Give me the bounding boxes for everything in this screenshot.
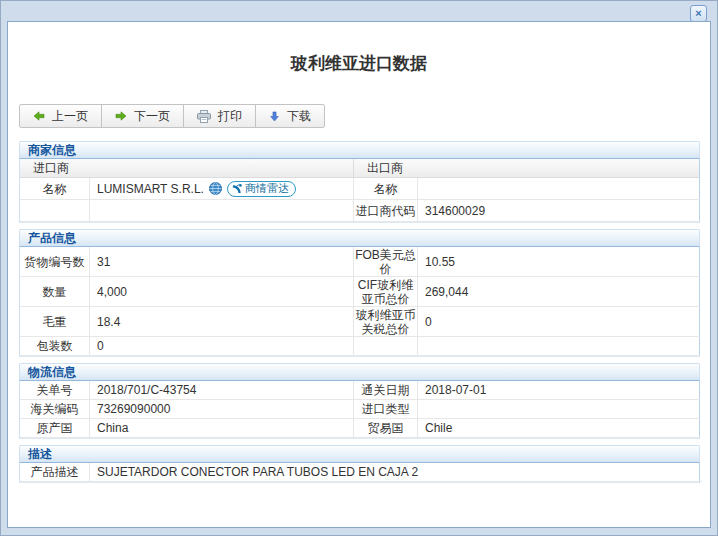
hs-code-label: 海关编码 xyxy=(20,400,90,419)
next-page-label: 下一页 xyxy=(134,108,170,125)
importer-name-label: 名称 xyxy=(20,178,90,200)
importer-column-header: 进口商 xyxy=(20,159,354,177)
package-count-label: 包装数 xyxy=(20,337,90,356)
table-row: 海关编码 73269090000 进口类型 xyxy=(20,400,699,419)
import-type-label: 进口类型 xyxy=(354,400,418,419)
prev-page-label: 上一页 xyxy=(52,108,88,125)
trade-country-value: Chile xyxy=(418,419,700,438)
fob-usd-value: 10.55 xyxy=(418,247,700,277)
customs-doc-label: 关单号 xyxy=(20,381,90,400)
globe-icon[interactable] xyxy=(209,182,222,195)
table-row: 名称 LUMISMART S.R.L. xyxy=(20,178,699,200)
table-row: 原产国 China 贸易国 Chile xyxy=(20,419,699,438)
arrow-left-icon xyxy=(33,110,45,122)
table-row: 包装数 0 xyxy=(20,337,699,356)
print-button[interactable]: 打印 xyxy=(183,104,256,128)
customs-doc-value: 2018/701/C-43754 xyxy=(90,381,354,400)
prev-page-button[interactable]: 上一页 xyxy=(19,104,102,128)
section-header-logistics: 物流信息 xyxy=(19,363,700,381)
goods-count-value: 31 xyxy=(90,247,354,277)
product-section: 货物编号数 31 FOB美元总价 10.55 数量 4,000 CIF玻利维亚币… xyxy=(19,247,700,357)
fob-usd-label: FOB美元总价 xyxy=(354,247,418,277)
section-header-merchant: 商家信息 xyxy=(19,141,700,159)
section-header-product: 产品信息 xyxy=(19,229,700,247)
download-arrow-icon xyxy=(269,111,280,122)
arrow-right-icon xyxy=(115,110,127,122)
exporter-name-value xyxy=(418,178,700,200)
gross-weight-label: 毛重 xyxy=(20,307,90,337)
importer-code-value: 314600029 xyxy=(418,200,700,222)
print-label: 打印 xyxy=(218,108,242,125)
goods-count-label: 货物编号数 xyxy=(20,247,90,277)
importer-code-label: 进口商代码 xyxy=(354,200,418,222)
trade-country-label: 贸易国 xyxy=(354,419,418,438)
table-row: 产品描述 SUJETARDOR CONECTOR PARA TUBOS LED … xyxy=(20,463,699,482)
tariff-total-label: 玻利维亚币关税总价 xyxy=(354,307,418,337)
section-header-description: 描述 xyxy=(19,445,700,463)
toolbar: 上一页 下一页 打印 下载 xyxy=(19,104,325,128)
exporter-name-label: 名称 xyxy=(354,178,418,200)
importer-name-value: LUMISMART S.R.L. xyxy=(97,182,204,196)
merchant-subheader-row: 进口商 出口商 xyxy=(20,159,699,178)
clearance-date-value: 2018-07-01 xyxy=(418,381,700,400)
origin-country-label: 原产国 xyxy=(20,419,90,438)
importer-name-cell: LUMISMART S.R.L. 商情雷达 xyxy=(90,178,354,200)
empty-label-cell xyxy=(20,200,90,222)
package-count-value: 0 xyxy=(90,337,354,356)
tariff-total-value: 0 xyxy=(418,307,700,337)
merchant-section: 进口商 出口商 名称 LUMISMART S.R.L. xyxy=(19,159,700,223)
download-button[interactable]: 下载 xyxy=(255,104,325,128)
empty-label-cell xyxy=(354,337,418,356)
table-row: 数量 4,000 CIF玻利维亚币总价 269,044 xyxy=(20,277,699,307)
logistics-section: 关单号 2018/701/C-43754 通关日期 2018-07-01 海关编… xyxy=(19,381,700,439)
radar-badge-label: 商情雷达 xyxy=(245,181,289,196)
import-type-value xyxy=(418,400,700,419)
origin-country-value: China xyxy=(90,419,354,438)
next-page-button[interactable]: 下一页 xyxy=(101,104,184,128)
table-row: 关单号 2018/701/C-43754 通关日期 2018-07-01 xyxy=(20,381,699,400)
radar-icon xyxy=(232,183,243,194)
empty-value-cell xyxy=(90,200,354,222)
dialog-content-panel: 玻利维亚进口数据 上一页 下一页 打印 下载 xyxy=(7,21,711,528)
product-description-label: 产品描述 xyxy=(20,463,90,482)
description-section: 产品描述 SUJETARDOR CONECTOR PARA TUBOS LED … xyxy=(19,463,700,483)
quantity-label: 数量 xyxy=(20,277,90,307)
business-radar-badge[interactable]: 商情雷达 xyxy=(227,181,296,197)
table-row: 毛重 18.4 玻利维亚币关税总价 0 xyxy=(20,307,699,337)
printer-icon xyxy=(197,110,211,123)
clearance-date-label: 通关日期 xyxy=(354,381,418,400)
gross-weight-value: 18.4 xyxy=(90,307,354,337)
product-description-value: SUJETARDOR CONECTOR PARA TUBOS LED EN CA… xyxy=(90,463,702,482)
close-icon[interactable]: × xyxy=(690,5,707,22)
table-row: 进口商代码 314600029 xyxy=(20,200,699,222)
page-title: 玻利维亚进口数据 xyxy=(8,54,710,74)
download-label: 下载 xyxy=(287,108,311,125)
cif-total-label: CIF玻利维亚币总价 xyxy=(354,277,418,307)
hs-code-value: 73269090000 xyxy=(90,400,354,419)
table-row: 货物编号数 31 FOB美元总价 10.55 xyxy=(20,247,699,277)
empty-value-cell xyxy=(418,337,700,356)
detail-tables: 商家信息 进口商 出口商 名称 LUMISMART S.R.L. xyxy=(19,141,700,483)
exporter-column-header: 出口商 xyxy=(354,159,700,177)
cif-total-value: 269,044 xyxy=(418,277,700,307)
quantity-value: 4,000 xyxy=(90,277,354,307)
import-data-dialog: × 玻利维亚进口数据 上一页 下一页 打印 xyxy=(0,0,718,536)
